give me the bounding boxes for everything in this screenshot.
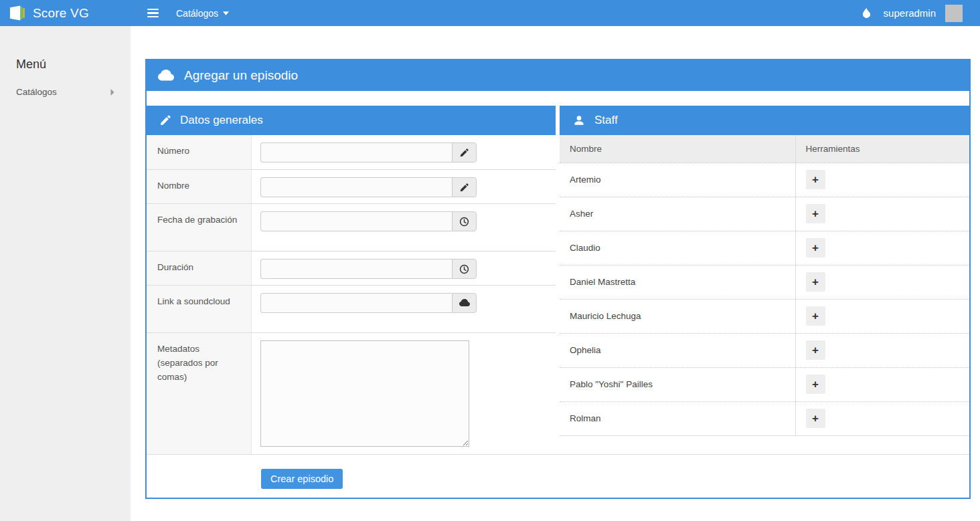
- form-row-numero: Número: [147, 135, 556, 170]
- numero-input[interactable]: [260, 142, 452, 163]
- droplet-icon[interactable]: [862, 7, 872, 19]
- add-staff-button[interactable]: +: [806, 272, 825, 292]
- staff-name: Mauricio Lechuga: [560, 299, 795, 333]
- staff-name: Asher: [560, 197, 795, 231]
- form-row-soundcloud: Link a soundcloud: [147, 286, 556, 333]
- main-content: Agregar un episodio Datos generales Núme…: [131, 26, 980, 521]
- staff-row: Claudio +: [560, 231, 969, 265]
- staff-name: Claudio: [560, 231, 795, 265]
- panel-title: Agregar un episodio: [184, 68, 298, 83]
- staff-row: Rolman +: [560, 401, 969, 435]
- datos-generales-title: Datos generales: [180, 114, 263, 127]
- add-staff-button[interactable]: +: [806, 306, 825, 326]
- add-staff-button[interactable]: +: [806, 238, 825, 257]
- field-label: Número: [147, 135, 252, 169]
- metadatos-textarea[interactable]: [260, 340, 469, 447]
- staff-name: Ophelia: [560, 333, 795, 367]
- staff-row: Mauricio Lechuga +: [560, 299, 969, 333]
- staff-row: Artemio +: [560, 163, 969, 197]
- top-navbar: Score VG Catálogos superadmin: [0, 0, 980, 26]
- person-icon: [573, 114, 585, 126]
- sidebar-item-catalogos[interactable]: Catálogos: [16, 87, 114, 97]
- staff-section: Staff Nombre Herramientas Artemio +: [560, 106, 969, 454]
- create-episode-button[interactable]: Crear episodio: [261, 469, 343, 489]
- staff-name: Pablo "Yoshi" Pailles: [560, 367, 795, 401]
- sidebar-item-label: Catálogos: [16, 87, 57, 97]
- chevron-right-icon: [110, 89, 114, 96]
- staff-title: Staff: [594, 114, 618, 127]
- cloud-icon: [452, 293, 477, 313]
- clock-icon: [452, 259, 477, 279]
- pencil-icon: [160, 115, 171, 126]
- sidebar-title: Menú: [16, 58, 114, 72]
- staff-col-herramientas: Herramientas: [795, 135, 969, 163]
- navbar-item-label: Catálogos: [176, 8, 218, 19]
- add-staff-button[interactable]: +: [806, 409, 825, 428]
- staff-row: Asher +: [560, 197, 969, 231]
- staff-col-nombre: Nombre: [560, 135, 795, 163]
- field-label: Nombre: [147, 170, 252, 203]
- field-label: Link a soundcloud: [147, 286, 252, 332]
- clock-icon: [452, 211, 477, 231]
- form-row-duracion: Duración: [147, 251, 556, 286]
- staff-name: Rolman: [560, 401, 795, 435]
- field-label: Duración: [147, 251, 252, 285]
- form-row-nombre: Nombre: [147, 170, 556, 204]
- avatar[interactable]: [945, 5, 963, 22]
- field-label: Metadatos (separados por comas): [147, 333, 252, 454]
- add-staff-button[interactable]: +: [806, 340, 825, 360]
- form-row-metadatos: Metadatos (separados por comas): [147, 333, 556, 454]
- staff-row: Ophelia +: [560, 333, 969, 367]
- form-row-fecha: Fecha de grabación: [147, 204, 556, 251]
- add-staff-button[interactable]: +: [806, 204, 825, 223]
- form-footer: Crear episodio: [147, 454, 969, 498]
- staff-row: Daniel Mastretta +: [560, 265, 969, 299]
- hamburger-icon[interactable]: [145, 6, 161, 21]
- staff-name: Artemio: [560, 163, 795, 197]
- pencil-icon: [452, 142, 477, 163]
- datos-generales-section: Datos generales Número: [147, 106, 556, 454]
- brand-title: Score VG: [33, 6, 89, 21]
- add-staff-button[interactable]: +: [806, 375, 825, 394]
- staff-table-body: Artemio + Asher + Claudio + Daniel Mastr…: [560, 163, 969, 435]
- logo-book-icon: [9, 5, 25, 21]
- nombre-input[interactable]: [260, 177, 452, 197]
- navbar-item-catalogos[interactable]: Catálogos: [176, 8, 229, 19]
- panel-header: Agregar un episodio: [147, 60, 969, 91]
- datos-generales-header: Datos generales: [147, 106, 556, 135]
- brand[interactable]: Score VG: [0, 5, 131, 21]
- staff-header: Staff: [560, 106, 969, 135]
- cloud-icon: [158, 68, 174, 84]
- staff-table: Nombre Herramientas Artemio + Asher + Cl…: [560, 135, 969, 436]
- field-label: Fecha de grabación: [147, 204, 252, 251]
- sidebar: Menú Catálogos: [0, 26, 131, 521]
- fecha-grabacion-input[interactable]: [260, 211, 452, 231]
- pencil-icon: [452, 177, 477, 197]
- duracion-input[interactable]: [260, 259, 452, 279]
- add-staff-button[interactable]: +: [806, 170, 825, 189]
- soundcloud-link-input[interactable]: [260, 293, 452, 313]
- add-episode-panel: Agregar un episodio Datos generales Núme…: [145, 59, 971, 499]
- staff-row: Pablo "Yoshi" Pailles +: [560, 367, 969, 401]
- caret-down-icon: [223, 11, 229, 15]
- staff-name: Daniel Mastretta: [560, 265, 795, 299]
- username-label: superadmin: [884, 7, 936, 19]
